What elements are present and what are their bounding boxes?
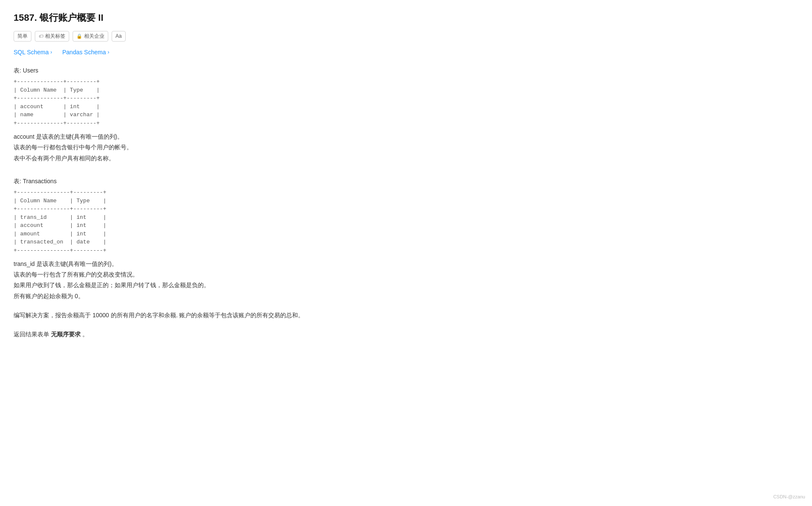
tag-font-label: Aa xyxy=(115,32,122,40)
tag-related-tags[interactable]: 🏷 相关标签 xyxy=(35,31,69,42)
sql-schema-label: SQL Schema xyxy=(14,48,49,57)
tags-row: 简单 🏷 相关标签 🔒 相关企业 Aa xyxy=(14,31,798,42)
users-schema-code: +--------------+---------+ | Column Name… xyxy=(14,78,798,127)
tag-related-tags-label: 相关标签 xyxy=(45,32,65,40)
users-section: 表: Users +--------------+---------+ | Co… xyxy=(14,66,798,164)
tag-icon: 🏷 xyxy=(39,33,43,40)
return-note-suffix: 。 xyxy=(81,331,88,338)
trans-desc-line-3: 如果用户收到了钱，那么金额是正的；如果用户转了钱，那么金额是负的。 xyxy=(14,280,798,291)
tag-font[interactable]: Aa xyxy=(112,31,126,42)
return-note-prefix: 返回结果表单 xyxy=(14,331,51,338)
sql-schema-chevron: › xyxy=(51,48,52,56)
lock-icon: 🔒 xyxy=(76,33,82,40)
return-note: 返回结果表单 无顺序要求 。 xyxy=(14,329,798,340)
tag-easy[interactable]: 简单 xyxy=(14,31,31,42)
users-desc-line-1: account 是该表的主键(具有唯一值的列)。 xyxy=(14,131,798,142)
page-title: 1587. 银行账户概要 II xyxy=(14,10,798,25)
transactions-section: 表: Transactions +----------------+------… xyxy=(14,176,798,302)
schema-links: SQL Schema › Pandas Schema › xyxy=(14,48,798,57)
pandas-schema-link[interactable]: Pandas Schema › xyxy=(62,48,110,57)
transactions-section-label: 表: Transactions xyxy=(14,176,798,186)
users-desc-line-2: 该表的每一行都包含银行中每个用户的帐号。 xyxy=(14,142,798,153)
users-section-label: 表: Users xyxy=(14,66,798,75)
pandas-schema-label: Pandas Schema xyxy=(62,48,106,57)
pandas-schema-chevron: › xyxy=(107,48,109,56)
trans-desc-line-1: trans_id 是该表主键(具有唯一值的列)。 xyxy=(14,259,798,269)
trans-desc-line-2: 该表的每一行包含了所有账户的交易改变情况。 xyxy=(14,269,798,280)
problem-statement: 编写解决方案，报告余额高于 10000 的所有用户的名字和余额. 账户的余额等于… xyxy=(14,310,798,321)
transactions-description: trans_id 是该表主键(具有唯一值的列)。 该表的每一行包含了所有账户的交… xyxy=(14,259,798,302)
sql-schema-link[interactable]: SQL Schema › xyxy=(14,48,52,57)
users-description: account 是该表的主键(具有唯一值的列)。 该表的每一行都包含银行中每个用… xyxy=(14,131,798,164)
tag-easy-label: 简单 xyxy=(17,32,28,40)
users-desc-line-3: 表中不会有两个用户具有相同的名称。 xyxy=(14,153,798,164)
tag-related-companies[interactable]: 🔒 相关企业 xyxy=(73,31,108,42)
tag-related-companies-label: 相关企业 xyxy=(84,32,104,40)
trans-desc-line-4: 所有账户的起始余额为 0。 xyxy=(14,291,798,302)
transactions-schema-code: +----------------+---------+ | Column Na… xyxy=(14,188,798,254)
no-order-text: 无顺序要求 xyxy=(51,331,81,338)
